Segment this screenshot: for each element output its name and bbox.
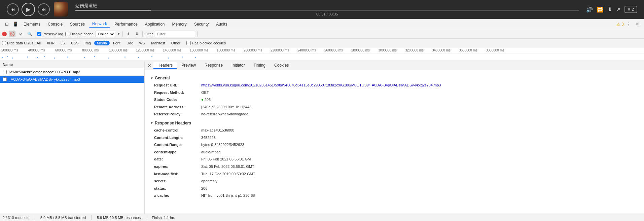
- dot-4: [27, 57, 28, 58]
- search-button[interactable]: 🔍: [26, 31, 33, 37]
- dot-14: [151, 56, 152, 57]
- response-headers-section-header[interactable]: Response Headers: [150, 121, 639, 125]
- type-ws[interactable]: WS: [136, 41, 148, 45]
- request-url-value: https://webfs.yun.kugou.com/202102051451…: [201, 82, 441, 88]
- detail-tab-initiator[interactable]: Initiator: [227, 62, 249, 69]
- content-length-value: 3452923: [201, 135, 216, 141]
- tl-3: 600000 ms: [54, 48, 81, 52]
- tab-application[interactable]: Application: [142, 21, 168, 27]
- alert-count: 3: [621, 22, 624, 27]
- dot-11: [108, 58, 109, 59]
- type-css[interactable]: CSS: [68, 41, 81, 45]
- disable-cache-checkbox[interactable]: [65, 32, 69, 36]
- clear-button[interactable]: 🚫: [9, 31, 15, 37]
- tab-security[interactable]: Security: [191, 21, 212, 27]
- badge-count: 2: [632, 7, 634, 12]
- play-button[interactable]: ▶: [22, 3, 35, 16]
- has-blocked-checkbox[interactable]: [186, 41, 191, 45]
- volume-icon[interactable]: 🔊: [586, 6, 593, 13]
- content-type-value: audio/mpeg: [201, 149, 221, 155]
- detail-panel: ✕ Headers Preview Response Initiator Tim…: [145, 61, 644, 214]
- detail-content: General Request URL: https://webfs.yun.k…: [145, 70, 644, 202]
- type-media[interactable]: Media: [94, 41, 110, 45]
- content-length-label: Content-Length:: [154, 135, 201, 141]
- request-url-label: Request URL:: [154, 82, 201, 88]
- file-row-2[interactable]: _A0DAF34pOiABslMADSv-ykkq2s784.mp3: [0, 76, 144, 83]
- prev-button[interactable]: ⏮: [7, 3, 19, 15]
- file-name-2: _A0DAF34pOiABslMADSv-ykkq2s784.mp3: [9, 77, 142, 81]
- type-js[interactable]: JS: [58, 41, 68, 45]
- loop-icon[interactable]: 🔁: [597, 6, 604, 13]
- device-icon[interactable]: 📱: [11, 20, 20, 28]
- hide-data-urls-label[interactable]: Hide data URLs: [2, 41, 33, 45]
- tl-10: 2000000 ms: [242, 48, 269, 52]
- tab-memory[interactable]: Memory: [169, 21, 190, 27]
- close-detail-button[interactable]: ✕: [146, 63, 153, 68]
- export-icon[interactable]: ⬇: [134, 31, 140, 37]
- detail-tab-headers[interactable]: Headers: [153, 62, 177, 69]
- file-name-1: 6e68c504eb89dafac1facea90067d301.mp3: [9, 70, 142, 74]
- tl-7: 1400000 ms: [162, 48, 188, 52]
- file-checkbox-1[interactable]: [3, 70, 7, 74]
- filter-input[interactable]: [155, 31, 195, 37]
- tab-audits[interactable]: Audits: [213, 21, 230, 27]
- expires-value: Sat, 05 Feb 2022 06:56:01 GMT: [201, 164, 254, 170]
- more-options-icon[interactable]: ⋮: [624, 20, 633, 28]
- tab-elements[interactable]: Elements: [20, 21, 44, 27]
- preserve-log-label[interactable]: Preserve log: [37, 32, 63, 36]
- referrer-policy-row: Referrer Policy: no-referrer-when-downgr…: [150, 111, 639, 118]
- close-devtools-icon[interactable]: ✕: [633, 20, 641, 28]
- resp-status: status: 206: [150, 185, 639, 192]
- dot-15: [168, 58, 169, 59]
- tab-console[interactable]: Console: [44, 21, 66, 27]
- tab-sources[interactable]: Sources: [67, 21, 88, 27]
- dot-6: [44, 56, 45, 57]
- inspect-icon[interactable]: ⊡: [3, 20, 11, 28]
- type-xhr[interactable]: XHR: [44, 41, 57, 45]
- throttle-expand-icon: ▼: [117, 32, 120, 36]
- dot-1: [2, 57, 3, 58]
- x-cache-label: x-cache:: [154, 193, 201, 199]
- type-doc[interactable]: Doc: [124, 41, 136, 45]
- type-all[interactable]: All: [34, 41, 43, 45]
- tl-2: 400000 ms: [27, 48, 54, 52]
- file-row-1[interactable]: 6e68c504eb89dafac1facea90067d301.mp3: [0, 68, 144, 76]
- status-code-label: Status Code:: [154, 97, 201, 103]
- dot-5: [37, 57, 38, 58]
- import-icon[interactable]: ⬆: [125, 31, 132, 37]
- disable-cache-label[interactable]: Disable cache: [65, 32, 94, 36]
- detail-tab-preview[interactable]: Preview: [177, 62, 200, 69]
- detail-tabs: ✕ Headers Preview Response Initiator Tim…: [145, 61, 644, 70]
- type-manifest[interactable]: Manifest: [148, 41, 168, 45]
- type-other[interactable]: Other: [169, 41, 183, 45]
- preserve-log-checkbox[interactable]: [37, 32, 41, 36]
- record-button[interactable]: [2, 32, 7, 36]
- detail-tab-cookies[interactable]: Cookies: [270, 62, 293, 69]
- type-img[interactable]: Img: [82, 41, 94, 45]
- general-section-header[interactable]: General: [150, 76, 639, 80]
- server-label: server:: [154, 178, 201, 184]
- detail-tab-timing[interactable]: Timing: [249, 62, 270, 69]
- resp-expires: expires: Sat, 05 Feb 2022 06:56:01 GMT: [150, 163, 639, 171]
- type-font[interactable]: Font: [110, 41, 123, 45]
- file-list-panel: Name 6e68c504eb89dafac1facea90067d301.mp…: [0, 61, 145, 214]
- throttle-select[interactable]: Online: [96, 31, 115, 37]
- filter-icon[interactable]: ⊘: [17, 31, 24, 37]
- has-blocked-label[interactable]: Has blocked cookies: [186, 41, 226, 45]
- tab-performance[interactable]: Performance: [111, 21, 141, 27]
- detail-tab-response[interactable]: Response: [201, 62, 227, 69]
- playlist-badge[interactable]: ≡ 2: [624, 6, 637, 13]
- file-checkbox-2[interactable]: [3, 77, 7, 81]
- status-value: 206: [201, 186, 207, 192]
- next-button[interactable]: ⏭: [38, 3, 50, 15]
- download-icon[interactable]: ⬇: [608, 6, 612, 13]
- share-icon[interactable]: ↗: [616, 6, 620, 13]
- hide-data-urls-checkbox[interactable]: [2, 41, 6, 45]
- media-player-bar: ⏮ ▶ ⏭ 悲伤是道疤 00:31 / 03:35 🔊 🔁 ⬇ ↗ ≡ 2: [0, 0, 644, 19]
- progress-bar[interactable]: [75, 10, 579, 11]
- tab-network[interactable]: Network: [89, 21, 110, 28]
- resp-cache-control: cache-control: max-age=31536000: [150, 127, 639, 134]
- tl-13: 2600000 ms: [323, 48, 350, 52]
- dot-7: [54, 58, 55, 59]
- resp-last-modified: last-modified: Tue, 17 Dec 2019 09:50:32…: [150, 171, 639, 178]
